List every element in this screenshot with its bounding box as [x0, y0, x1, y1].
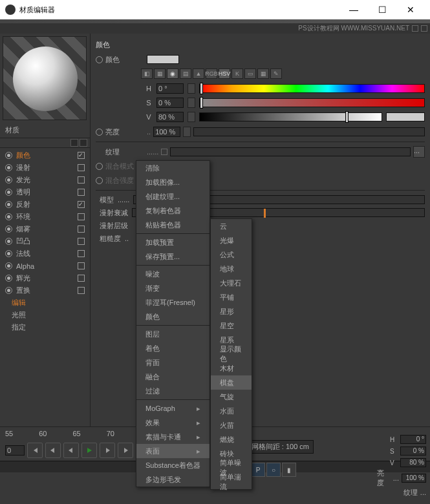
close-button[interactable]: ✕ — [396, 1, 425, 19]
frame-start[interactable]: 0 — [5, 445, 25, 456]
channel-反射[interactable]: 反射 — [0, 198, 90, 211]
result-color-chip[interactable] — [386, 112, 425, 121]
nav-back-icon[interactable] — [70, 139, 78, 147]
image-icon[interactable]: ▲ — [193, 68, 204, 79]
h-spinner[interactable] — [188, 83, 195, 94]
val-slider[interactable] — [199, 112, 382, 121]
anim-dot[interactable] — [96, 177, 103, 184]
tab-光照[interactable]: 光照 — [0, 309, 90, 321]
v-spinner[interactable] — [188, 112, 195, 122]
channel-漫射[interactable]: 漫射 — [0, 162, 90, 174]
channel-checkbox[interactable] — [78, 226, 85, 233]
channel-radio[interactable] — [5, 226, 12, 233]
menu-item[interactable]: MoGraph▸ — [136, 401, 210, 415]
channel-环境[interactable]: 环境 — [0, 211, 90, 223]
channel-radio[interactable] — [5, 213, 12, 220]
s-value[interactable]: 0 % — [156, 98, 184, 108]
channel-radio[interactable] — [5, 238, 12, 245]
v-value[interactable]: 80 % — [156, 112, 184, 122]
submenu-item[interactable]: 大理石 — [211, 276, 252, 290]
picker-icon[interactable]: ◧ — [141, 68, 153, 79]
panel-dock-icon[interactable] — [412, 25, 418, 32]
channel-checkbox[interactable] — [78, 189, 85, 196]
channel-烟雾[interactable]: 烟雾 — [0, 223, 90, 235]
channel-checkbox[interactable] — [78, 250, 85, 257]
material-preview[interactable] — [3, 36, 87, 120]
channel-checkbox[interactable] — [78, 213, 85, 220]
submenu-item[interactable]: 公式 — [211, 247, 252, 262]
channel-radio[interactable] — [5, 164, 12, 171]
channel-透明[interactable]: 透明 — [0, 186, 90, 198]
submenu-item[interactable]: 云 — [211, 219, 252, 233]
channel-radio[interactable] — [5, 275, 12, 282]
menu-item[interactable]: 素描与卡通▸ — [136, 430, 210, 444]
menu-item[interactable]: 复制着色器 — [136, 204, 210, 218]
menu-item[interactable]: 噪波 — [136, 267, 210, 281]
submenu-item[interactable]: 简单湍流 — [211, 475, 252, 489]
channel-radio[interactable] — [5, 152, 12, 159]
submenu-item[interactable]: 水面 — [211, 404, 252, 418]
hsv-mode[interactable]: HSV — [219, 68, 230, 79]
menu-item[interactable]: 效果▸ — [136, 415, 210, 430]
menu-item[interactable]: 着色 — [136, 341, 210, 355]
h-value[interactable]: 0 ° — [156, 83, 184, 94]
menu-item[interactable]: 图层 — [136, 327, 210, 341]
prev-key-button[interactable] — [45, 443, 61, 458]
submenu-item[interactable]: 平铺 — [211, 290, 252, 304]
key-s-icon[interactable]: ○ — [266, 463, 281, 477]
mixer-icon[interactable]: ▭ — [244, 68, 256, 79]
anim-dot[interactable] — [96, 56, 103, 63]
menu-item[interactable]: 过滤 — [136, 384, 210, 398]
channel-checkbox[interactable] — [78, 176, 85, 184]
channel-radio[interactable] — [5, 262, 12, 269]
submenu-item[interactable]: 星空 — [211, 319, 252, 333]
anim-dot[interactable] — [96, 129, 103, 136]
nav-fwd-icon[interactable] — [80, 139, 87, 147]
menu-item[interactable]: 颜色 — [136, 310, 210, 324]
channel-radio[interactable] — [5, 176, 12, 184]
key-p-icon[interactable]: P — [251, 463, 265, 477]
channel-checkbox[interactable] — [78, 164, 85, 171]
menu-item[interactable]: 渐变 — [136, 281, 210, 295]
color-swatch[interactable] — [147, 55, 179, 64]
hex-icon[interactable]: ▦ — [257, 68, 269, 79]
maximize-button[interactable]: ☐ — [368, 1, 396, 19]
texture-slot[interactable] — [170, 147, 411, 156]
submenu-item[interactable]: 光爆 — [211, 233, 252, 247]
channel-radio[interactable] — [5, 287, 12, 294]
submenu-item[interactable]: 燃烧 — [211, 432, 252, 446]
menu-item[interactable]: 多边形毛发 — [136, 472, 210, 487]
panel-lock-icon[interactable] — [421, 25, 427, 32]
menu-item[interactable]: 表面▸ — [136, 444, 210, 458]
menu-item[interactable]: 加载图像... — [136, 175, 210, 189]
submenu-item[interactable]: 星形 — [211, 304, 252, 319]
next-key-button[interactable] — [118, 443, 133, 458]
next-frame-button[interactable] — [100, 443, 115, 458]
anim-dot[interactable] — [96, 163, 103, 170]
sat-slider[interactable] — [199, 98, 425, 107]
menu-item[interactable]: 保存预置... — [136, 249, 210, 264]
menu-item[interactable]: 融合 — [136, 370, 210, 384]
texture-arrow[interactable] — [161, 149, 167, 155]
channel-checkbox[interactable] — [78, 238, 85, 245]
rgb-mode[interactable]: RGB — [206, 68, 217, 79]
hue-slider[interactable] — [199, 84, 425, 93]
brightness-value[interactable]: 100 % — [153, 127, 180, 137]
menu-item[interactable]: 创建纹理... — [136, 189, 210, 204]
key-r-icon[interactable]: ▮ — [282, 463, 296, 477]
submenu-item[interactable]: 气旋 — [211, 390, 252, 404]
k-mode[interactable]: K — [231, 68, 243, 79]
texture-browse-button[interactable]: ... — [413, 146, 425, 158]
menu-item[interactable]: 清除 — [136, 161, 210, 175]
channel-辉光[interactable]: 辉光 — [0, 272, 90, 284]
spectrum-icon[interactable]: ▦ — [154, 68, 166, 79]
channel-checkbox[interactable] — [78, 287, 85, 294]
channel-发光[interactable]: 发光 — [0, 174, 90, 186]
channel-法线[interactable]: 法线 — [0, 247, 90, 260]
channel-radio[interactable] — [5, 201, 12, 208]
submenu-item[interactable]: 木材 — [211, 361, 252, 375]
minimize-button[interactable]: — — [339, 1, 368, 19]
material-name[interactable]: 材质 — [0, 123, 90, 138]
tab-指定[interactable]: 指定 — [0, 321, 90, 333]
channel-Alpha[interactable]: Alpha — [0, 260, 90, 272]
